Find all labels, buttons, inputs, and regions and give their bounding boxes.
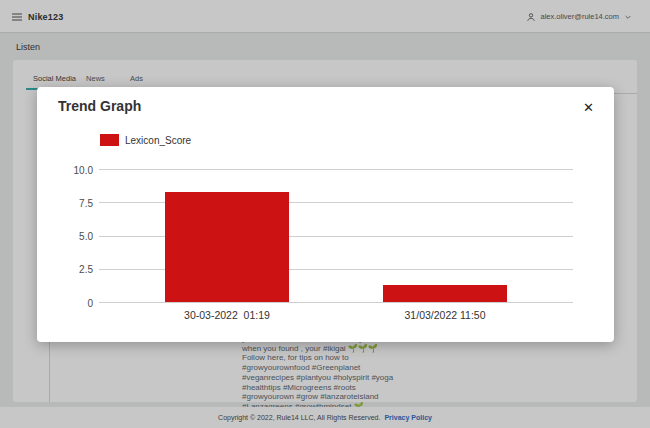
y-tick-label: 10.0 (37, 165, 93, 176)
legend-label: Lexicon_Score (125, 135, 191, 146)
y-tick-label: 0 (37, 298, 93, 309)
y-tick-label: 5.0 (37, 231, 93, 242)
bar-lexicon_score[interactable] (383, 285, 506, 302)
page: Nike123 alex.oliver@rule14.com Listen So… (0, 0, 650, 428)
bar-lexicon_score[interactable] (165, 192, 288, 302)
chart-legend-item[interactable]: Lexicon_Score (100, 134, 191, 146)
gridline (99, 169, 573, 170)
plot-area (99, 170, 573, 303)
close-icon[interactable]: ✕ (583, 101, 594, 114)
y-axis-labels: 10.07.55.02.50 (37, 170, 93, 303)
gridline (99, 302, 573, 303)
x-tick-label: 30-03-2022 01:19 (184, 309, 270, 321)
x-axis-labels: 30-03-2022 01:1931/03/2022 11:50 (99, 309, 573, 325)
legend-swatch (100, 134, 119, 146)
y-tick-label: 2.5 (37, 264, 93, 275)
x-tick-label: 31/03/2022 11:50 (405, 309, 486, 321)
trend-graph-modal: Trend Graph ✕ Lexicon_Score 10.07.55.02.… (37, 87, 614, 342)
y-tick-label: 7.5 (37, 198, 93, 209)
modal-title: Trend Graph (58, 98, 141, 114)
